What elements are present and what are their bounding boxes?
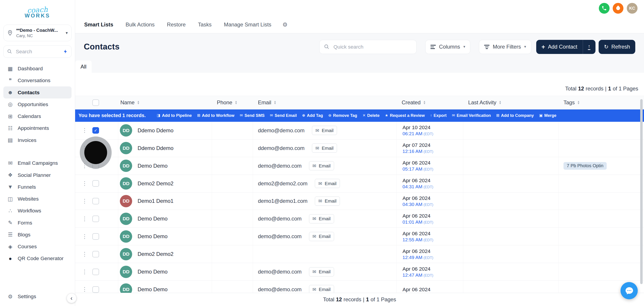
sidebar-item-settings[interactable]: ⚙ Settings xyxy=(7,293,36,300)
tab-restore[interactable]: Restore xyxy=(161,16,192,33)
row-menu-icon[interactable]: ⋮ xyxy=(82,286,85,292)
refresh-button[interactable]: ↻ Refresh xyxy=(598,40,635,54)
tab-bulk-actions[interactable]: Bulk Actions xyxy=(120,16,161,33)
row-menu-icon[interactable]: ⋮ xyxy=(82,251,85,257)
column-header-email[interactable]: Email▲▼ xyxy=(253,96,397,109)
sidebar-search[interactable] xyxy=(3,46,72,58)
table-row[interactable]: ⋮DDDemo2 Demo2demo2@demo2.com✉EmailApr 0… xyxy=(75,175,644,192)
column-header-last-activity[interactable]: Last Activity▲▼ xyxy=(463,96,558,109)
table-row[interactable]: ⋮DDDemo Demodemo@demo.com✉EmailApr 06 20… xyxy=(75,210,644,228)
row-checkbox[interactable] xyxy=(92,216,99,222)
action-export[interactable]: ↑Export xyxy=(430,113,446,118)
email-button[interactable]: ✉Email xyxy=(309,267,334,276)
sidebar-item-social-planner[interactable]: ❖Social Planner xyxy=(3,169,72,181)
row-checkbox[interactable] xyxy=(92,269,99,275)
sidebar-item-appointments[interactable]: ☷Appointments xyxy=(3,122,72,134)
smartlist-settings-gear-icon[interactable]: ⚙ xyxy=(282,21,288,28)
import-contacts-button[interactable]: ↑ xyxy=(583,40,596,54)
sort-icon[interactable]: ▲▼ xyxy=(577,101,580,105)
row-checkbox[interactable] xyxy=(92,233,99,240)
tab-manage-smart-lists[interactable]: Manage Smart Lists xyxy=(218,16,278,33)
row-menu-icon[interactable]: ⋮ xyxy=(82,216,85,222)
chat-widget-button[interactable] xyxy=(620,282,638,299)
action-request-a-review[interactable]: ★Request a Review xyxy=(385,113,425,118)
action-delete[interactable]: ✕Delete xyxy=(362,113,380,118)
table-row[interactable]: ⋮✓DDDdemo Ddemoddemo@demo.com✉EmailApr 1… xyxy=(75,122,644,139)
row-menu-icon[interactable]: ⋮ xyxy=(82,181,85,186)
column-header-created[interactable]: Created▲▼ xyxy=(397,96,463,109)
sidebar-item-forms[interactable]: ✎Forms xyxy=(3,217,72,228)
sidebar-item-invoices[interactable]: ▤Invoices xyxy=(3,134,72,146)
tab-tasks[interactable]: Tasks xyxy=(192,16,218,33)
sort-icon[interactable]: ▲▼ xyxy=(137,101,140,105)
row-menu-icon[interactable]: ⋮ xyxy=(82,163,85,169)
row-checkbox[interactable] xyxy=(92,145,99,151)
sort-icon[interactable]: ▲▼ xyxy=(274,101,276,105)
email-button[interactable]: ✉Email xyxy=(309,161,334,170)
sidebar-item-blogs[interactable]: ☰Blogs xyxy=(3,229,72,241)
action-send-sms[interactable]: ✉Send SMS xyxy=(240,113,264,118)
location-switcher[interactable]: **Demo - CoachW... Cary, NC ▾ xyxy=(3,25,72,42)
more-filters-dropdown[interactable]: More Filters ▾ xyxy=(479,40,531,54)
sidebar-item-qr-code-generator[interactable]: ●QR Code Generator xyxy=(3,252,72,264)
table-scrollbar[interactable] xyxy=(640,99,643,284)
table-row[interactable]: ⋮DDDemo1 Demo1demo1@demo1.com✉EmailApr 0… xyxy=(75,192,644,210)
sidebar-item-contacts[interactable]: ☻Contacts xyxy=(3,86,72,98)
action-remove-tag[interactable]: ⊖Remove Tag xyxy=(328,113,357,118)
sidebar-item-courses[interactable]: ◈Courses xyxy=(3,241,72,252)
row-checkbox[interactable] xyxy=(92,180,99,187)
email-button[interactable]: ✉Email xyxy=(315,179,340,188)
row-checkbox[interactable] xyxy=(92,286,99,293)
action-send-email[interactable]: ✉Send Email xyxy=(270,113,297,118)
row-menu-icon[interactable]: ⋮ xyxy=(82,128,85,133)
email-button[interactable]: ✉Email xyxy=(315,197,340,205)
row-checkbox[interactable] xyxy=(92,163,99,169)
sidebar-item-calendars[interactable]: ⊞Calendars xyxy=(3,110,72,122)
column-header-name[interactable]: Name▲▼ xyxy=(118,96,212,109)
row-menu-icon[interactable]: ⋮ xyxy=(82,269,85,275)
user-avatar[interactable]: KC xyxy=(627,3,638,14)
action-add-to-pipeline[interactable]: ◨Add to Pipeline xyxy=(157,113,192,118)
columns-dropdown[interactable]: Columns ▾ xyxy=(425,40,470,54)
sidebar-item-websites[interactable]: ◫Websites xyxy=(3,193,72,205)
sidebar-search-input[interactable] xyxy=(15,48,60,55)
sidebar-item-opportunities[interactable]: ◎Opportunities xyxy=(3,99,72,110)
action-merge[interactable]: ▣Merge xyxy=(539,113,556,118)
table-row[interactable]: ⋮DDDemo Demodemo@demo.com✉EmailApr 06 20… xyxy=(75,263,644,281)
sort-icon[interactable]: ▲▼ xyxy=(235,101,238,105)
action-add-to-workflow[interactable]: ⊞Add to Workflow xyxy=(197,113,234,118)
email-button[interactable]: ✉Email xyxy=(312,126,337,135)
table-row[interactable]: ⋮DDDemo Demodemo@demo.com✉EmailApr 06 20… xyxy=(75,228,644,245)
row-checkbox[interactable]: ✓ xyxy=(92,127,99,134)
sidebar-item-funnels[interactable]: ▼Funnels xyxy=(3,181,72,193)
quick-search-input[interactable] xyxy=(333,44,412,50)
column-header-phone[interactable]: Phone▲▼ xyxy=(212,96,253,109)
table-row[interactable]: ⋮DDDdemo Ddemoddemo@demo.com✉EmailApr 07… xyxy=(75,139,644,157)
sort-icon[interactable]: ▲▼ xyxy=(499,101,502,105)
row-checkbox[interactable] xyxy=(92,251,99,257)
notification-button[interactable] xyxy=(613,3,624,14)
table-row[interactable]: ⋮DDDemo2 Demo2Apr 06 202412:49 AM (EDT) xyxy=(75,245,644,263)
tab-smart-lists[interactable]: Smart Lists xyxy=(78,16,120,33)
email-button[interactable]: ✉Email xyxy=(309,232,334,241)
email-button[interactable]: ✉Email xyxy=(309,214,334,223)
action-add-tag[interactable]: ⊕Add Tag xyxy=(302,113,323,118)
tab-all[interactable]: All xyxy=(75,61,92,73)
action-email-verification[interactable]: ✉Email Verification xyxy=(452,113,491,118)
sidebar-item-conversations[interactable]: ❞Conversations xyxy=(3,75,72,86)
row-menu-icon[interactable]: ⋮ xyxy=(82,198,85,204)
select-all-checkbox[interactable] xyxy=(92,99,99,106)
action-add-to-company[interactable]: ⊞Add to Company xyxy=(496,113,534,118)
quick-search[interactable] xyxy=(319,40,416,54)
sidebar-collapse-button[interactable]: ‹ xyxy=(67,293,76,303)
add-contact-button[interactable]: + Add Contact xyxy=(536,40,583,54)
column-header-tags[interactable]: Tags▲▼ xyxy=(558,96,644,109)
quick-actions-bolt-icon[interactable] xyxy=(63,49,68,54)
row-menu-icon[interactable]: ⋮ xyxy=(82,234,85,239)
sidebar-item-email-campaigns[interactable]: ✉Email Campaigns xyxy=(3,157,72,169)
sidebar-item-dashboard[interactable]: ▦Dashboard xyxy=(3,63,72,75)
row-menu-icon[interactable]: ⋮ xyxy=(82,145,85,151)
email-button[interactable]: ✉Email xyxy=(312,143,337,152)
row-checkbox[interactable] xyxy=(92,198,99,204)
table-row[interactable]: ⋮DDDemo Demodemo@demo.com✉EmailApr 06 20… xyxy=(75,157,644,175)
